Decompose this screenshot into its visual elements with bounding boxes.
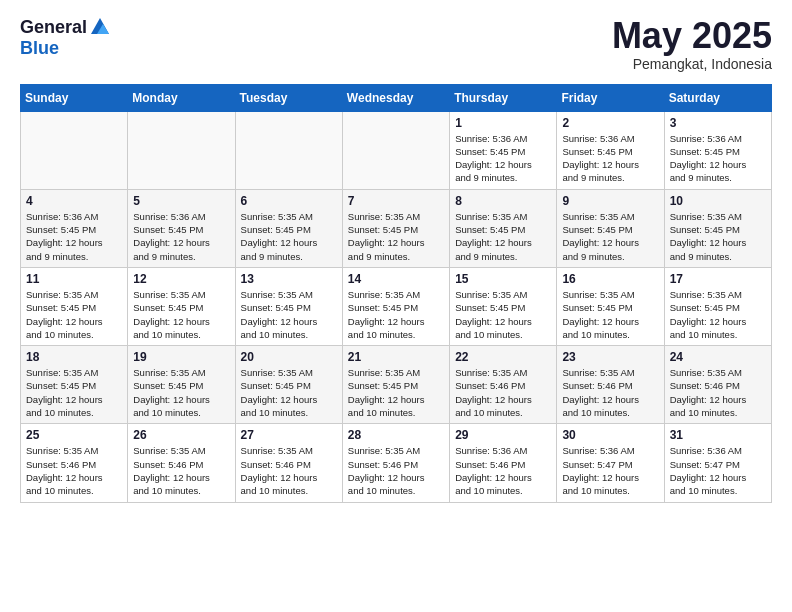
day-number: 31 bbox=[670, 428, 766, 442]
day-info: Sunrise: 5:35 AM Sunset: 5:45 PM Dayligh… bbox=[562, 210, 658, 263]
calendar-cell: 19Sunrise: 5:35 AM Sunset: 5:45 PM Dayli… bbox=[128, 346, 235, 424]
day-info: Sunrise: 5:36 AM Sunset: 5:45 PM Dayligh… bbox=[455, 132, 551, 185]
day-number: 17 bbox=[670, 272, 766, 286]
day-number: 4 bbox=[26, 194, 122, 208]
calendar-cell: 10Sunrise: 5:35 AM Sunset: 5:45 PM Dayli… bbox=[664, 189, 771, 267]
col-header-wednesday: Wednesday bbox=[342, 84, 449, 111]
calendar-cell: 7Sunrise: 5:35 AM Sunset: 5:45 PM Daylig… bbox=[342, 189, 449, 267]
day-number: 19 bbox=[133, 350, 229, 364]
calendar-cell bbox=[342, 111, 449, 189]
calendar-week-row: 1Sunrise: 5:36 AM Sunset: 5:45 PM Daylig… bbox=[21, 111, 772, 189]
day-info: Sunrise: 5:36 AM Sunset: 5:45 PM Dayligh… bbox=[26, 210, 122, 263]
calendar-cell: 28Sunrise: 5:35 AM Sunset: 5:46 PM Dayli… bbox=[342, 424, 449, 502]
calendar-cell: 1Sunrise: 5:36 AM Sunset: 5:45 PM Daylig… bbox=[450, 111, 557, 189]
day-info: Sunrise: 5:36 AM Sunset: 5:45 PM Dayligh… bbox=[670, 132, 766, 185]
day-number: 30 bbox=[562, 428, 658, 442]
calendar-cell bbox=[235, 111, 342, 189]
day-info: Sunrise: 5:35 AM Sunset: 5:46 PM Dayligh… bbox=[670, 366, 766, 419]
day-info: Sunrise: 5:35 AM Sunset: 5:45 PM Dayligh… bbox=[670, 210, 766, 263]
day-number: 15 bbox=[455, 272, 551, 286]
calendar-header-row: SundayMondayTuesdayWednesdayThursdayFrid… bbox=[21, 84, 772, 111]
calendar-cell: 13Sunrise: 5:35 AM Sunset: 5:45 PM Dayli… bbox=[235, 267, 342, 345]
day-info: Sunrise: 5:35 AM Sunset: 5:46 PM Dayligh… bbox=[455, 366, 551, 419]
col-header-tuesday: Tuesday bbox=[235, 84, 342, 111]
day-number: 24 bbox=[670, 350, 766, 364]
day-info: Sunrise: 5:35 AM Sunset: 5:46 PM Dayligh… bbox=[26, 444, 122, 497]
day-number: 22 bbox=[455, 350, 551, 364]
month-title: May 2025 bbox=[612, 16, 772, 56]
day-info: Sunrise: 5:36 AM Sunset: 5:45 PM Dayligh… bbox=[562, 132, 658, 185]
calendar-cell: 24Sunrise: 5:35 AM Sunset: 5:46 PM Dayli… bbox=[664, 346, 771, 424]
day-number: 18 bbox=[26, 350, 122, 364]
page: General Blue May 2025 Pemangkat, Indones… bbox=[0, 0, 792, 519]
day-info: Sunrise: 5:35 AM Sunset: 5:45 PM Dayligh… bbox=[26, 366, 122, 419]
day-number: 12 bbox=[133, 272, 229, 286]
day-number: 21 bbox=[348, 350, 444, 364]
day-info: Sunrise: 5:36 AM Sunset: 5:47 PM Dayligh… bbox=[670, 444, 766, 497]
day-number: 20 bbox=[241, 350, 337, 364]
logo-blue-text: Blue bbox=[20, 38, 59, 59]
calendar-cell: 2Sunrise: 5:36 AM Sunset: 5:45 PM Daylig… bbox=[557, 111, 664, 189]
day-info: Sunrise: 5:35 AM Sunset: 5:45 PM Dayligh… bbox=[348, 210, 444, 263]
day-number: 27 bbox=[241, 428, 337, 442]
day-info: Sunrise: 5:35 AM Sunset: 5:45 PM Dayligh… bbox=[348, 366, 444, 419]
day-info: Sunrise: 5:35 AM Sunset: 5:46 PM Dayligh… bbox=[241, 444, 337, 497]
day-number: 26 bbox=[133, 428, 229, 442]
calendar-cell: 9Sunrise: 5:35 AM Sunset: 5:45 PM Daylig… bbox=[557, 189, 664, 267]
calendar-cell: 8Sunrise: 5:35 AM Sunset: 5:45 PM Daylig… bbox=[450, 189, 557, 267]
day-info: Sunrise: 5:35 AM Sunset: 5:46 PM Dayligh… bbox=[133, 444, 229, 497]
day-info: Sunrise: 5:35 AM Sunset: 5:46 PM Dayligh… bbox=[348, 444, 444, 497]
calendar-cell: 11Sunrise: 5:35 AM Sunset: 5:45 PM Dayli… bbox=[21, 267, 128, 345]
day-number: 10 bbox=[670, 194, 766, 208]
day-info: Sunrise: 5:36 AM Sunset: 5:45 PM Dayligh… bbox=[133, 210, 229, 263]
day-number: 7 bbox=[348, 194, 444, 208]
day-number: 2 bbox=[562, 116, 658, 130]
calendar-week-row: 4Sunrise: 5:36 AM Sunset: 5:45 PM Daylig… bbox=[21, 189, 772, 267]
day-info: Sunrise: 5:35 AM Sunset: 5:45 PM Dayligh… bbox=[241, 366, 337, 419]
calendar-cell: 29Sunrise: 5:36 AM Sunset: 5:46 PM Dayli… bbox=[450, 424, 557, 502]
calendar-cell: 5Sunrise: 5:36 AM Sunset: 5:45 PM Daylig… bbox=[128, 189, 235, 267]
calendar-week-row: 11Sunrise: 5:35 AM Sunset: 5:45 PM Dayli… bbox=[21, 267, 772, 345]
col-header-sunday: Sunday bbox=[21, 84, 128, 111]
day-info: Sunrise: 5:36 AM Sunset: 5:47 PM Dayligh… bbox=[562, 444, 658, 497]
calendar-cell: 23Sunrise: 5:35 AM Sunset: 5:46 PM Dayli… bbox=[557, 346, 664, 424]
calendar-cell: 3Sunrise: 5:36 AM Sunset: 5:45 PM Daylig… bbox=[664, 111, 771, 189]
calendar-cell: 27Sunrise: 5:35 AM Sunset: 5:46 PM Dayli… bbox=[235, 424, 342, 502]
day-number: 23 bbox=[562, 350, 658, 364]
day-info: Sunrise: 5:35 AM Sunset: 5:45 PM Dayligh… bbox=[562, 288, 658, 341]
day-number: 16 bbox=[562, 272, 658, 286]
day-number: 14 bbox=[348, 272, 444, 286]
logo-icon bbox=[89, 16, 111, 38]
calendar-cell: 22Sunrise: 5:35 AM Sunset: 5:46 PM Dayli… bbox=[450, 346, 557, 424]
calendar-week-row: 25Sunrise: 5:35 AM Sunset: 5:46 PM Dayli… bbox=[21, 424, 772, 502]
calendar-cell: 4Sunrise: 5:36 AM Sunset: 5:45 PM Daylig… bbox=[21, 189, 128, 267]
calendar-cell bbox=[128, 111, 235, 189]
calendar-cell: 6Sunrise: 5:35 AM Sunset: 5:45 PM Daylig… bbox=[235, 189, 342, 267]
day-number: 1 bbox=[455, 116, 551, 130]
calendar-cell: 17Sunrise: 5:35 AM Sunset: 5:45 PM Dayli… bbox=[664, 267, 771, 345]
header: General Blue May 2025 Pemangkat, Indones… bbox=[20, 16, 772, 72]
calendar-cell: 31Sunrise: 5:36 AM Sunset: 5:47 PM Dayli… bbox=[664, 424, 771, 502]
calendar-cell: 15Sunrise: 5:35 AM Sunset: 5:45 PM Dayli… bbox=[450, 267, 557, 345]
day-number: 28 bbox=[348, 428, 444, 442]
day-info: Sunrise: 5:35 AM Sunset: 5:46 PM Dayligh… bbox=[562, 366, 658, 419]
day-number: 8 bbox=[455, 194, 551, 208]
day-info: Sunrise: 5:35 AM Sunset: 5:45 PM Dayligh… bbox=[670, 288, 766, 341]
calendar: SundayMondayTuesdayWednesdayThursdayFrid… bbox=[20, 84, 772, 503]
day-number: 25 bbox=[26, 428, 122, 442]
day-info: Sunrise: 5:35 AM Sunset: 5:45 PM Dayligh… bbox=[348, 288, 444, 341]
calendar-cell: 30Sunrise: 5:36 AM Sunset: 5:47 PM Dayli… bbox=[557, 424, 664, 502]
calendar-cell: 18Sunrise: 5:35 AM Sunset: 5:45 PM Dayli… bbox=[21, 346, 128, 424]
calendar-cell bbox=[21, 111, 128, 189]
location: Pemangkat, Indonesia bbox=[612, 56, 772, 72]
day-info: Sunrise: 5:35 AM Sunset: 5:45 PM Dayligh… bbox=[26, 288, 122, 341]
calendar-cell: 21Sunrise: 5:35 AM Sunset: 5:45 PM Dayli… bbox=[342, 346, 449, 424]
day-number: 9 bbox=[562, 194, 658, 208]
calendar-cell: 26Sunrise: 5:35 AM Sunset: 5:46 PM Dayli… bbox=[128, 424, 235, 502]
day-info: Sunrise: 5:35 AM Sunset: 5:45 PM Dayligh… bbox=[133, 366, 229, 419]
day-info: Sunrise: 5:35 AM Sunset: 5:45 PM Dayligh… bbox=[455, 288, 551, 341]
logo-general-text: General bbox=[20, 17, 87, 38]
day-number: 3 bbox=[670, 116, 766, 130]
day-number: 11 bbox=[26, 272, 122, 286]
day-number: 29 bbox=[455, 428, 551, 442]
